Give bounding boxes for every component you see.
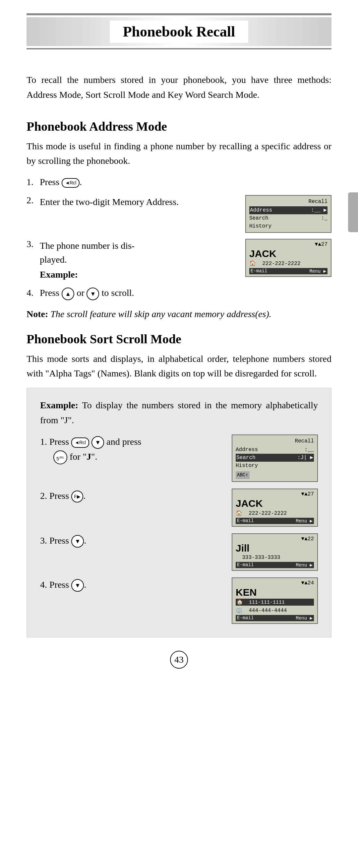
lcd-sort-address: Address :__ (236, 446, 314, 454)
sort-step3-text: 3. Press ▼. (40, 533, 228, 548)
step1-number: 1. (27, 175, 40, 189)
lcd-sort-name-2: JACK (236, 498, 314, 509)
lcd-phone-2: 🏠 222-222-2222 (249, 260, 327, 267)
lcd-abc-label: ABC⇑ (236, 471, 250, 479)
lcd-sort-search-lbl: Search (236, 454, 256, 462)
sort-display1: Recall Address :__ Search :J| ▶ History (232, 434, 318, 482)
step1-row: 1. Press ◄Rcl. (27, 175, 331, 189)
page-header: Phonebook Recall (27, 0, 331, 59)
lcd-address-value: :__ ▶ (311, 206, 327, 214)
lcd-sort-menu-2: Menu ▶ (296, 518, 313, 524)
rcl-btn-sort[interactable]: ◄Rcl (71, 437, 89, 447)
down-btn-sort1[interactable]: ▼ (92, 436, 104, 449)
lcd-sort-3: ▼▲22 Jill 333-333-3333 E-mail Menu ▶ (232, 533, 318, 571)
office-icon-s4: 🏢 (236, 608, 242, 614)
lcd-search-value: :_ (321, 214, 327, 222)
lcd-sort-menu-3: Menu ▶ (296, 562, 313, 568)
lcd-sort-phone-3: 333-333-3333 (236, 555, 314, 561)
sort-step2-content: 2. Press F▶. (40, 489, 228, 503)
sort-step4-text: 4. Press ▼. (40, 578, 228, 592)
example-box: Example: To display the numbers stored i… (27, 388, 331, 638)
lcd-sort-phone4-1: 🏠 111-111-1111 (236, 599, 314, 606)
lcd-search-label: Search (249, 214, 268, 222)
down-btn-sort3[interactable]: ▼ (71, 535, 84, 548)
lcd-sort-bottom-4: E-mail Menu ▶ (236, 615, 314, 621)
lcd-sort-phone4-2: 🏢 444-444-4444 (236, 607, 314, 614)
rcl-label: ◄Rcl (65, 180, 76, 185)
step3-number: 3. (27, 239, 40, 249)
lcd-sort-counter-4: ▼▲24 (236, 580, 314, 586)
lcd-sort-2: ▼▲27 JACK 🏠 222-222-2222 E-mail Menu ▶ (232, 489, 318, 527)
sort-step4-num: 4. (40, 580, 50, 590)
lcd-screen-1: Recall Address :__ ▶ Search :_ History (245, 195, 331, 233)
lcd-sort-history-lbl: History (236, 462, 258, 470)
lcd-sort-search: Search :J| ▶ (236, 454, 314, 462)
sort-display3: ▼▲22 Jill 333-333-3333 E-mail Menu ▶ (232, 533, 318, 571)
lcd-row-address: Address :__ ▶ (249, 206, 327, 214)
side-tab (348, 192, 358, 232)
page-number-area: 43 (27, 638, 331, 679)
display2: ▼▲27 JACK 🏠 222-222-2222 E-mail Menu ▶ (245, 239, 331, 277)
sort-display4: ▼▲24 KEN 🏠 111-111-1111 🏢 444-444-4444 E… (232, 578, 318, 624)
lcd-screen-2: ▼▲27 JACK 🏠 222-222-2222 E-mail Menu ▶ (245, 239, 331, 277)
sort-step1-text: 1. Press ◄Rcl ▼ and press 5JKL for "J". (40, 434, 228, 464)
intro-text: To recall the numbers stored in your pho… (27, 73, 331, 102)
header-bar-bottom (27, 48, 331, 50)
home-icon-2: 🏠 (249, 261, 256, 267)
lcd-bottom-2: E-mail Menu ▶ (249, 268, 327, 274)
example-intro: Example: To display the numbers stored i… (40, 398, 318, 428)
down-btn-sort4[interactable]: ▼ (71, 579, 84, 592)
lcd-sort-counter-2: ▼▲27 (236, 491, 314, 497)
lcd-sort-history: History (236, 462, 314, 470)
note-text: Note: The scroll feature will skip any v… (27, 307, 331, 322)
sort-step4-row: 4. Press ▼. ▼▲24 KEN 🏠 111-111-1111 🏢 44… (40, 578, 318, 624)
lcd-sort-menu-4: Menu ▶ (296, 615, 313, 621)
page-number: 43 (170, 651, 188, 669)
lcd-sort-phone-2: 🏠 222-222-2222 (236, 510, 314, 517)
lcd-sort-counter-3: ▼▲22 (236, 536, 314, 542)
example-label: Example: (27, 267, 242, 280)
down-button[interactable]: ▼ (87, 287, 99, 300)
step3-area: 3. The phone number is dis-played. Examp… (27, 239, 242, 280)
btn-5jkl[interactable]: 5JKL (53, 451, 67, 464)
lcd-email-2: E-mail (251, 268, 267, 274)
up-button[interactable]: ▲ (62, 287, 74, 300)
lcd-sort-name-4: KEN (236, 587, 314, 598)
section1-heading: Phonebook Address Mode (27, 119, 331, 134)
lcd-sort-bottom-3: E-mail Menu ▶ (236, 562, 314, 568)
lcd-sort-bottom-2: E-mail Menu ▶ (236, 518, 314, 524)
section2-desc: This mode sorts and displays, in alphabe… (27, 351, 331, 381)
lcd-sort-recall-1: Recall (236, 437, 314, 445)
sort-step2-row: 2. Press F▶. ▼▲27 JACK 🏠 222-222-2222 E-… (40, 489, 318, 527)
sort-step1-num: 1. (40, 436, 50, 447)
lcd-sort-1: Recall Address :__ Search :J| ▶ History (232, 434, 318, 482)
sort-step1-row: 1. Press ◄Rcl ▼ and press 5JKL for "J". … (40, 434, 318, 482)
lcd-recall-header-1: Recall (249, 198, 327, 206)
sort-j-label: J (87, 452, 91, 462)
lcd-abc-bar: ABC⇑ (236, 470, 314, 479)
sort-step4-content: 4. Press ▼. (40, 578, 228, 592)
sort-step3-content: 3. Press ▼. (40, 533, 228, 548)
sort-step2-num: 2. (40, 491, 50, 501)
lcd-row-search: Search :_ (249, 214, 327, 222)
lcd-sort-email-2: E-mail (237, 518, 254, 524)
example-intro-text: To display the numbers stored in the mem… (40, 400, 318, 425)
step4-content: Press ▲ or ▼ to scroll. (40, 286, 331, 300)
lcd-counter-2: ▼▲27 (249, 242, 327, 247)
section1-desc: This mode is useful in finding a phone n… (27, 139, 331, 169)
example-bold-label: Example: (40, 269, 78, 280)
note-italic: The scroll feature will skip any vacant … (51, 309, 271, 319)
step3-text: The phone number is dis-played. (40, 239, 135, 267)
lcd-row-history: History (249, 222, 327, 230)
example-intro-bold: Example: (40, 400, 78, 410)
sort-step1-continued: 5JKL for "J". (40, 452, 97, 462)
sort-step2-text: 2. Press F▶. (40, 489, 228, 503)
btn-f[interactable]: F▶ (71, 491, 83, 502)
lcd-sort-4: ▼▲24 KEN 🏠 111-111-1111 🏢 444-444-4444 E… (232, 578, 318, 624)
lcd-menu-2: Menu ▶ (310, 268, 326, 274)
lcd-sort-search-val: :J| ▶ (297, 454, 313, 462)
rcl-button[interactable]: ◄Rcl (62, 178, 79, 188)
lcd-sort-address-val: :__ (304, 446, 314, 454)
lcd-history-label: History (249, 222, 271, 230)
lcd-sort-email-3: E-mail (237, 562, 254, 568)
